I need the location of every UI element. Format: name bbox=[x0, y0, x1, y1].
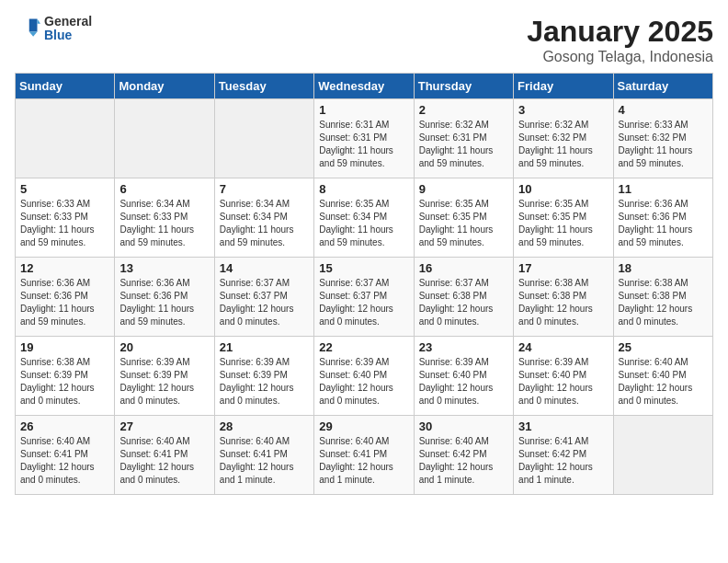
day-info: Sunrise: 6:37 AM Sunset: 6:38 PM Dayligh… bbox=[419, 277, 508, 328]
calendar-cell: 27Sunrise: 6:40 AM Sunset: 6:41 PM Dayli… bbox=[115, 416, 214, 495]
calendar-cell: 3Sunrise: 6:32 AM Sunset: 6:32 PM Daylig… bbox=[514, 99, 613, 178]
calendar-cell: 28Sunrise: 6:40 AM Sunset: 6:41 PM Dayli… bbox=[214, 416, 313, 495]
header-day-tuesday: Tuesday bbox=[214, 74, 313, 99]
day-info: Sunrise: 6:35 AM Sunset: 6:35 PM Dayligh… bbox=[518, 198, 608, 249]
calendar-cell: 2Sunrise: 6:32 AM Sunset: 6:31 PM Daylig… bbox=[414, 99, 513, 178]
day-number: 7 bbox=[220, 182, 309, 196]
calendar-cell: 31Sunrise: 6:41 AM Sunset: 6:42 PM Dayli… bbox=[514, 416, 613, 495]
day-info: Sunrise: 6:32 AM Sunset: 6:32 PM Dayligh… bbox=[518, 119, 608, 170]
day-info: Sunrise: 6:31 AM Sunset: 6:31 PM Dayligh… bbox=[319, 119, 408, 170]
calendar-cell: 23Sunrise: 6:39 AM Sunset: 6:40 PM Dayli… bbox=[414, 337, 513, 416]
day-info: Sunrise: 6:35 AM Sunset: 6:34 PM Dayligh… bbox=[319, 198, 408, 249]
calendar-cell: 21Sunrise: 6:39 AM Sunset: 6:39 PM Dayli… bbox=[214, 337, 313, 416]
page-header: General Blue January 2025 Gosong Telaga,… bbox=[15, 15, 713, 65]
day-number: 14 bbox=[220, 261, 309, 275]
logo-blue: Blue bbox=[44, 29, 92, 42]
day-number: 8 bbox=[319, 182, 408, 196]
day-info: Sunrise: 6:40 AM Sunset: 6:41 PM Dayligh… bbox=[119, 435, 209, 487]
day-number: 6 bbox=[119, 182, 209, 196]
day-info: Sunrise: 6:40 AM Sunset: 6:40 PM Dayligh… bbox=[619, 356, 708, 408]
day-number: 29 bbox=[319, 419, 408, 433]
calendar-cell: 18Sunrise: 6:38 AM Sunset: 6:38 PM Dayli… bbox=[613, 258, 712, 337]
day-number: 21 bbox=[220, 340, 309, 354]
calendar-cell: 20Sunrise: 6:39 AM Sunset: 6:39 PM Dayli… bbox=[115, 337, 214, 416]
day-number: 18 bbox=[619, 261, 708, 275]
day-number: 9 bbox=[419, 182, 508, 196]
logo: General Blue bbox=[15, 15, 92, 43]
day-info: Sunrise: 6:34 AM Sunset: 6:34 PM Dayligh… bbox=[220, 198, 309, 249]
calendar-cell: 25Sunrise: 6:40 AM Sunset: 6:40 PM Dayli… bbox=[613, 337, 712, 416]
day-number: 31 bbox=[518, 419, 608, 433]
calendar-cell: 29Sunrise: 6:40 AM Sunset: 6:41 PM Dayli… bbox=[314, 416, 414, 495]
day-info: Sunrise: 6:33 AM Sunset: 6:32 PM Dayligh… bbox=[619, 119, 708, 170]
calendar-cell bbox=[214, 99, 313, 178]
day-info: Sunrise: 6:39 AM Sunset: 6:40 PM Dayligh… bbox=[419, 356, 508, 408]
day-number: 5 bbox=[20, 182, 109, 196]
day-info: Sunrise: 6:38 AM Sunset: 6:38 PM Dayligh… bbox=[619, 277, 708, 328]
day-number: 1 bbox=[319, 103, 408, 117]
day-number: 3 bbox=[518, 103, 608, 117]
logo-text: General Blue bbox=[44, 15, 92, 43]
day-number: 20 bbox=[119, 340, 209, 354]
calendar-cell: 8Sunrise: 6:35 AM Sunset: 6:34 PM Daylig… bbox=[314, 178, 414, 258]
day-number: 4 bbox=[619, 103, 708, 117]
day-number: 12 bbox=[20, 261, 109, 275]
header-day-monday: Monday bbox=[115, 74, 214, 99]
calendar-body: 1Sunrise: 6:31 AM Sunset: 6:31 PM Daylig… bbox=[16, 99, 713, 495]
calendar-cell: 26Sunrise: 6:40 AM Sunset: 6:41 PM Dayli… bbox=[16, 416, 115, 495]
day-number: 22 bbox=[319, 340, 408, 354]
calendar-cell: 11Sunrise: 6:36 AM Sunset: 6:36 PM Dayli… bbox=[613, 178, 712, 258]
calendar-cell: 9Sunrise: 6:35 AM Sunset: 6:35 PM Daylig… bbox=[414, 178, 513, 258]
header-day-wednesday: Wednesday bbox=[314, 74, 414, 99]
day-info: Sunrise: 6:41 AM Sunset: 6:42 PM Dayligh… bbox=[518, 435, 608, 487]
day-info: Sunrise: 6:38 AM Sunset: 6:39 PM Dayligh… bbox=[20, 356, 109, 408]
day-info: Sunrise: 6:37 AM Sunset: 6:37 PM Dayligh… bbox=[319, 277, 408, 328]
logo-icon bbox=[15, 16, 40, 41]
week-row-1: 1Sunrise: 6:31 AM Sunset: 6:31 PM Daylig… bbox=[16, 99, 713, 178]
day-number: 23 bbox=[419, 340, 508, 354]
calendar-cell bbox=[16, 99, 115, 178]
calendar-cell: 30Sunrise: 6:40 AM Sunset: 6:42 PM Dayli… bbox=[414, 416, 513, 495]
header-day-sunday: Sunday bbox=[16, 74, 115, 99]
day-info: Sunrise: 6:34 AM Sunset: 6:33 PM Dayligh… bbox=[119, 198, 209, 249]
day-number: 16 bbox=[419, 261, 508, 275]
title-block: January 2025 Gosong Telaga, Indonesia bbox=[527, 15, 713, 65]
calendar-cell: 16Sunrise: 6:37 AM Sunset: 6:38 PM Dayli… bbox=[414, 258, 513, 337]
logo-general: General bbox=[44, 15, 92, 29]
day-number: 2 bbox=[419, 103, 508, 117]
day-info: Sunrise: 6:39 AM Sunset: 6:39 PM Dayligh… bbox=[220, 356, 309, 408]
day-number: 26 bbox=[20, 419, 109, 433]
calendar-cell bbox=[613, 416, 712, 495]
day-number: 25 bbox=[619, 340, 708, 354]
day-info: Sunrise: 6:39 AM Sunset: 6:39 PM Dayligh… bbox=[119, 356, 209, 408]
day-info: Sunrise: 6:32 AM Sunset: 6:31 PM Dayligh… bbox=[419, 119, 508, 170]
week-row-2: 5Sunrise: 6:33 AM Sunset: 6:33 PM Daylig… bbox=[16, 178, 713, 258]
calendar-cell: 14Sunrise: 6:37 AM Sunset: 6:37 PM Dayli… bbox=[214, 258, 313, 337]
day-number: 27 bbox=[119, 419, 209, 433]
day-info: Sunrise: 6:36 AM Sunset: 6:36 PM Dayligh… bbox=[119, 277, 209, 328]
calendar-title: January 2025 bbox=[527, 15, 713, 49]
calendar-cell: 5Sunrise: 6:33 AM Sunset: 6:33 PM Daylig… bbox=[16, 178, 115, 258]
calendar-cell: 12Sunrise: 6:36 AM Sunset: 6:36 PM Dayli… bbox=[16, 258, 115, 337]
calendar-cell: 22Sunrise: 6:39 AM Sunset: 6:40 PM Dayli… bbox=[314, 337, 414, 416]
week-row-5: 26Sunrise: 6:40 AM Sunset: 6:41 PM Dayli… bbox=[16, 416, 713, 495]
day-info: Sunrise: 6:40 AM Sunset: 6:41 PM Dayligh… bbox=[319, 435, 408, 487]
day-info: Sunrise: 6:39 AM Sunset: 6:40 PM Dayligh… bbox=[319, 356, 408, 408]
day-info: Sunrise: 6:36 AM Sunset: 6:36 PM Dayligh… bbox=[20, 277, 109, 328]
calendar-cell: 4Sunrise: 6:33 AM Sunset: 6:32 PM Daylig… bbox=[613, 99, 712, 178]
day-number: 11 bbox=[619, 182, 708, 196]
calendar-cell: 24Sunrise: 6:39 AM Sunset: 6:40 PM Dayli… bbox=[514, 337, 613, 416]
week-row-3: 12Sunrise: 6:36 AM Sunset: 6:36 PM Dayli… bbox=[16, 258, 713, 337]
calendar-cell: 10Sunrise: 6:35 AM Sunset: 6:35 PM Dayli… bbox=[514, 178, 613, 258]
header-day-friday: Friday bbox=[514, 74, 613, 99]
day-number: 28 bbox=[220, 419, 309, 433]
calendar-table: SundayMondayTuesdayWednesdayThursdayFrid… bbox=[15, 73, 713, 495]
day-info: Sunrise: 6:35 AM Sunset: 6:35 PM Dayligh… bbox=[419, 198, 508, 249]
header-day-thursday: Thursday bbox=[414, 74, 513, 99]
day-info: Sunrise: 6:33 AM Sunset: 6:33 PM Dayligh… bbox=[20, 198, 109, 249]
calendar-cell: 17Sunrise: 6:38 AM Sunset: 6:38 PM Dayli… bbox=[514, 258, 613, 337]
day-info: Sunrise: 6:37 AM Sunset: 6:37 PM Dayligh… bbox=[220, 277, 309, 328]
header-row: SundayMondayTuesdayWednesdayThursdayFrid… bbox=[16, 74, 713, 99]
day-number: 17 bbox=[518, 261, 608, 275]
day-info: Sunrise: 6:39 AM Sunset: 6:40 PM Dayligh… bbox=[518, 356, 608, 408]
